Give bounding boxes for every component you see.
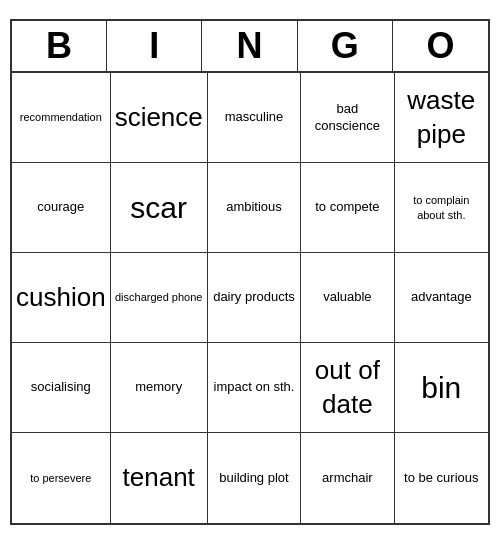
cell-16[interactable]: memory [111, 343, 208, 433]
cell-17[interactable]: impact on sth. [208, 343, 301, 433]
cell-10[interactable]: cushion [12, 253, 111, 343]
bingo-card: B I N G O recommendationsciencemasculine… [10, 19, 490, 525]
header-n: N [202, 21, 297, 71]
cell-23[interactable]: armchair [301, 433, 394, 523]
cell-4[interactable]: waste pipe [395, 73, 488, 163]
cell-20[interactable]: to persevere [12, 433, 111, 523]
cell-6[interactable]: scar [111, 163, 208, 253]
cell-15[interactable]: socialising [12, 343, 111, 433]
header-o: O [393, 21, 488, 71]
cell-11[interactable]: discharged phone [111, 253, 208, 343]
cell-13[interactable]: valuable [301, 253, 394, 343]
header-i: I [107, 21, 202, 71]
bingo-header: B I N G O [12, 21, 488, 73]
cell-22[interactable]: building plot [208, 433, 301, 523]
bingo-grid: recommendationsciencemasculinebad consci… [12, 73, 488, 523]
header-g: G [298, 21, 393, 71]
cell-21[interactable]: tenant [111, 433, 208, 523]
cell-5[interactable]: courage [12, 163, 111, 253]
cell-1[interactable]: science [111, 73, 208, 163]
cell-0[interactable]: recommendation [12, 73, 111, 163]
cell-24[interactable]: to be curious [395, 433, 488, 523]
cell-7[interactable]: ambitious [208, 163, 301, 253]
cell-8[interactable]: to compete [301, 163, 394, 253]
cell-3[interactable]: bad conscience [301, 73, 394, 163]
cell-2[interactable]: masculine [208, 73, 301, 163]
cell-9[interactable]: to complain about sth. [395, 163, 488, 253]
cell-19[interactable]: bin [395, 343, 488, 433]
cell-18[interactable]: out of date [301, 343, 394, 433]
cell-14[interactable]: advantage [395, 253, 488, 343]
header-b: B [12, 21, 107, 71]
cell-12[interactable]: dairy products [208, 253, 301, 343]
